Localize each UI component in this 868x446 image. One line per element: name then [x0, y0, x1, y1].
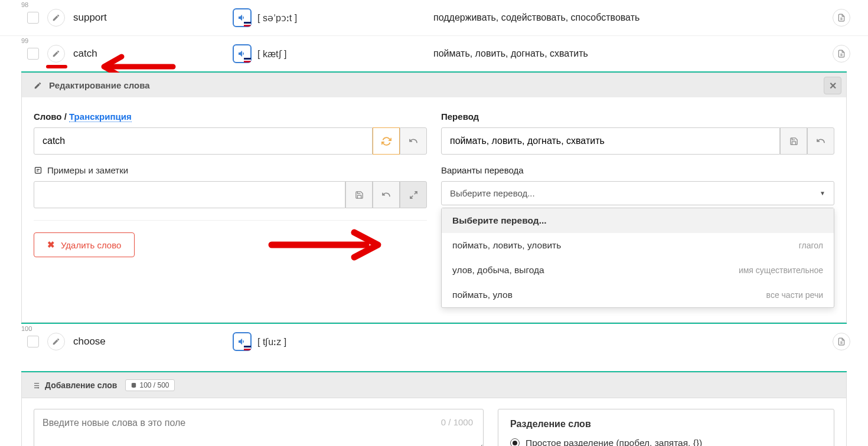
separation-settings: Разделение слов Простое разделение (проб…	[498, 409, 834, 446]
flag-icon	[244, 22, 251, 27]
notes-button[interactable]	[833, 9, 850, 27]
audio-button[interactable]	[233, 8, 252, 27]
notes-button[interactable]	[833, 45, 850, 63]
delete-word-button[interactable]: ✖ Удалить слово	[34, 232, 135, 257]
word-input[interactable]	[34, 127, 373, 155]
dropdown-option[interactable]: улов, добыча, выгода имя существительное	[442, 258, 834, 283]
refresh-icon	[381, 136, 391, 146]
audio-button[interactable]	[233, 332, 252, 351]
edit-button[interactable]	[47, 9, 65, 27]
editor-panel: Редактирование слова ✕ Слово / Транскрип…	[21, 71, 847, 324]
word-text: choose	[73, 336, 233, 347]
add-words-header: Добавление слов 100 / 500	[21, 372, 847, 398]
editor-header: Редактирование слова ✕	[21, 73, 847, 97]
pencil-icon	[52, 14, 60, 22]
transcription-text: [ səˈpɔːt ]	[257, 12, 297, 24]
translation-label: Перевод	[441, 112, 834, 122]
dropdown-header: Выберите перевод...	[442, 208, 834, 233]
save-icon	[789, 137, 798, 146]
flag-icon	[244, 346, 251, 350]
speaker-icon	[237, 49, 247, 58]
row-number: 99	[21, 37, 28, 44]
row-checkbox[interactable]	[27, 12, 39, 24]
variants-dropdown[interactable]: Выберите перевод... ▼	[441, 181, 834, 205]
add-words-textarea[interactable]	[34, 409, 484, 446]
transcription-text: [ kætʃ ]	[257, 48, 286, 60]
document-icon	[837, 14, 846, 22]
undo-notes-button[interactable]	[373, 181, 400, 208]
word-text: support	[73, 12, 233, 24]
note-icon	[34, 166, 43, 175]
undo-icon	[816, 136, 825, 146]
editor-title: Редактирование слова	[49, 80, 150, 90]
translation-input[interactable]	[441, 127, 780, 155]
char-count: 0 / 1000	[441, 417, 473, 427]
notes-input[interactable]	[34, 181, 345, 208]
save-translation-button[interactable]	[780, 127, 807, 155]
document-icon	[837, 337, 846, 346]
undo-translation-button[interactable]	[807, 127, 834, 155]
flag-icon	[244, 58, 251, 63]
speaker-icon	[237, 337, 247, 346]
notes-label: Примеры и заметки	[34, 165, 427, 175]
word-row: 100 choose [ tʃuːz ]	[0, 324, 868, 359]
edit-button[interactable]	[47, 333, 65, 350]
pencil-icon	[34, 81, 42, 90]
pencil-icon	[52, 337, 60, 346]
variants-dropdown-menu: Выберите перевод... поймать, ловить, уло…	[441, 208, 834, 308]
dropdown-option[interactable]: поймать, ловить, уловить глагол	[442, 233, 834, 258]
pencil-icon	[52, 50, 60, 58]
close-button[interactable]: ✕	[824, 77, 841, 94]
audio-button[interactable]	[233, 44, 252, 63]
transcription-link[interactable]: Транскрипция	[69, 112, 132, 122]
svg-rect-0	[35, 168, 41, 173]
speaker-icon	[237, 13, 247, 22]
separation-title: Разделение слов	[510, 419, 822, 429]
save-icon	[355, 191, 364, 199]
undo-icon	[381, 190, 391, 199]
undo-icon	[409, 136, 418, 146]
word-field-label: Слово / Транскрипция	[34, 112, 427, 122]
word-row: 99 catch [ kætʃ ] поймать, ловить, догна…	[0, 36, 868, 71]
expand-icon	[409, 191, 418, 199]
row-checkbox[interactable]	[27, 336, 39, 347]
word-count-badge: 100 / 500	[125, 379, 174, 391]
separation-option-simple[interactable]: Простое разделение (пробел, запятая, {})	[510, 438, 822, 446]
row-checkbox[interactable]	[27, 48, 39, 60]
database-icon	[130, 382, 137, 389]
caret-down-icon: ▼	[820, 190, 825, 196]
row-number: 98	[21, 1, 28, 8]
edit-button[interactable]	[47, 45, 65, 63]
translation-text: поддерживать, содействовать, способствов…	[433, 12, 833, 23]
refresh-button[interactable]	[373, 127, 400, 155]
notes-button[interactable]	[833, 333, 850, 350]
add-words-section: Добавление слов 100 / 500 0 / 1000 Разде…	[21, 371, 847, 446]
translation-text: поймать, ловить, догнать, схватить	[433, 48, 833, 59]
delete-icon: ✖	[47, 240, 55, 250]
radio-icon	[510, 438, 520, 446]
transcription-text: [ tʃuːz ]	[257, 336, 286, 347]
document-icon	[837, 50, 846, 58]
variants-label: Варианты перевода	[441, 165, 834, 175]
list-add-icon	[31, 381, 40, 390]
undo-button[interactable]	[400, 127, 427, 155]
word-text: catch	[73, 48, 233, 60]
expand-button[interactable]	[400, 181, 427, 208]
dropdown-option[interactable]: поймать, улов все части речи	[442, 283, 834, 307]
save-notes-button[interactable]	[345, 181, 373, 208]
row-number: 100	[21, 325, 32, 332]
word-row: 98 support [ səˈpɔːt ] поддерживать, сод…	[0, 0, 868, 36]
